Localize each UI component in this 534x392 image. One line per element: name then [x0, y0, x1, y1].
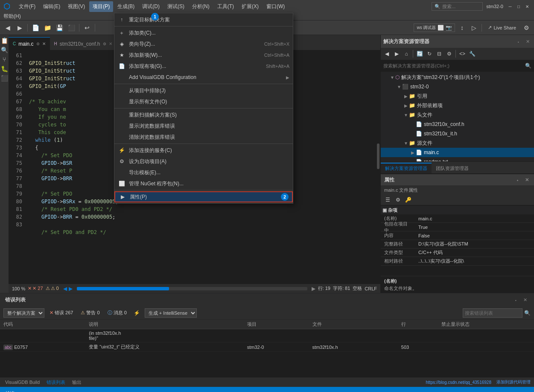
- toolbar-new[interactable]: 📄: [30, 23, 41, 33]
- se-collapse[interactable]: ⊟: [435, 50, 444, 58]
- se-settings[interactable]: ⚙: [445, 50, 453, 58]
- menu-analyze[interactable]: 分析(N): [189, 1, 213, 12]
- run-btn[interactable]: ▷: [469, 23, 479, 33]
- toolbar-save-all[interactable]: ⬛: [66, 23, 76, 33]
- activity-extensions[interactable]: ⬛: [0, 74, 8, 82]
- close-button[interactable]: ✕: [524, 3, 531, 10]
- status-branch[interactable]: 就绪: [3, 389, 16, 392]
- se-refresh[interactable]: ↻: [425, 50, 434, 58]
- menu-nuget[interactable]: ⬜ 管理 NuGet 程序包(N)...: [114, 178, 293, 189]
- step-btn[interactable]: ↕: [457, 23, 467, 33]
- warning-badge[interactable]: ⚠ 警告 0: [78, 309, 102, 317]
- menu-tools[interactable]: 工具(T): [214, 1, 237, 12]
- menu-set-startup[interactable]: ⚙ 设为启动项目(A): [114, 156, 293, 167]
- menu-show-all[interactable]: 显示所有文件(O): [114, 96, 293, 107]
- menu-file[interactable]: 文件(F): [15, 1, 39, 12]
- se-wrench[interactable]: 🔧: [468, 50, 476, 58]
- scroll-handle[interactable]: [377, 143, 379, 169]
- footer-csdn-link[interactable]: https://blog.csdn.net/qq_43516928: [426, 380, 491, 385]
- tree-sources[interactable]: ▼ 📁 源文件: [381, 138, 534, 148]
- nav-forward[interactable]: ▶: [69, 286, 73, 292]
- menu-view[interactable]: 视图(V): [64, 1, 88, 12]
- toolbar-save[interactable]: 💾: [54, 23, 64, 33]
- panel-close-btn[interactable]: ✕: [524, 38, 531, 45]
- menu-exclude[interactable]: 从项目中排除(J): [114, 85, 293, 96]
- se-sync[interactable]: 🔄: [415, 50, 424, 58]
- se-tab-team[interactable]: 团队资源管理器: [432, 163, 473, 173]
- global-search[interactable]: 🔍 搜索...: [432, 2, 483, 11]
- se-code[interactable]: <>: [458, 50, 467, 58]
- menu-add-existing[interactable]: 📄 添加现有项(G)... Shift+Alt+A: [114, 61, 293, 72]
- tree-it-h[interactable]: 📄 stm32f10x_it.h: [381, 129, 534, 138]
- editor-scrollbar[interactable]: [375, 50, 380, 284]
- tab-main-c[interactable]: C main.c ⚙ ✕: [9, 37, 50, 50]
- menu-help[interactable]: 帮助(H): [3, 13, 21, 20]
- tree-main-c[interactable]: ▶ 📄 main.c: [381, 148, 534, 157]
- build-dropdown[interactable]: 生成 + IntelliSense: [145, 308, 197, 318]
- props-key-btn[interactable]: 🔑: [404, 196, 412, 204]
- line-ending[interactable]: CRLF: [365, 286, 377, 291]
- menu-project[interactable]: 项目(P): [89, 1, 113, 12]
- tree-conf-h[interactable]: 📄 stm32f10x_conf.h: [381, 120, 534, 129]
- footer-tab-errors[interactable]: 错误列表: [45, 378, 67, 386]
- se-forward[interactable]: ▶: [392, 50, 401, 58]
- footer-tab-output[interactable]: 输出: [70, 378, 83, 386]
- tree-readme[interactable]: 📄 readme.txt: [381, 157, 534, 161]
- menu-rescan[interactable]: 重新扫描解决方案(S): [114, 109, 293, 120]
- menu-test[interactable]: 测试(S): [164, 1, 188, 12]
- menu-export[interactable]: 导出模板(E)...: [114, 167, 293, 178]
- props-close[interactable]: ✕: [523, 176, 531, 184]
- tab-main-c-close[interactable]: ✕: [42, 41, 46, 46]
- error-count[interactable]: ✕ ✕ 27: [28, 286, 43, 291]
- menu-debug[interactable]: 调试(D): [139, 1, 163, 12]
- tree-extern[interactable]: ▶ 📁 外部依赖项: [381, 101, 534, 110]
- table-row[interactable]: (in stm32f10x.hfile)": [0, 329, 534, 342]
- zoom-level[interactable]: 100 %: [12, 286, 25, 291]
- props-section-expand[interactable]: ▣: [382, 208, 387, 213]
- props-pin[interactable]: ⬩: [514, 176, 521, 184]
- toolbar-extra[interactable]: ⚙: [521, 23, 531, 33]
- menu-add-class[interactable]: ＋ 添加类(C)...: [114, 27, 293, 38]
- menu-properties[interactable]: ▶ 属性(P) 2: [114, 191, 293, 202]
- tree-solution[interactable]: ▼ ⬡ 解决方案"stm32-0"(1个项目/共1个): [381, 73, 534, 82]
- tree-headers[interactable]: ▼ 📁 头文件: [381, 110, 534, 120]
- info-badge[interactable]: ⓘ 消息 0: [105, 309, 129, 317]
- toolbar-undo[interactable]: ↩: [82, 23, 92, 33]
- warning-count-status[interactable]: ⚠ ⚠ 0: [46, 286, 59, 291]
- menu-clear-browse[interactable]: 清除浏览数据库错误: [114, 132, 293, 143]
- toolbar-back[interactable]: ◀: [3, 23, 13, 33]
- minimize-button[interactable]: ─: [507, 3, 514, 10]
- table-row[interactable]: abc E0757 变量 "uint32_t" 已经定义 stm32-0 stm…: [0, 342, 534, 352]
- live-share-button[interactable]: ↗ Live Share: [484, 23, 519, 32]
- menu-edit[interactable]: 编辑(E): [40, 1, 64, 12]
- menu-add-service[interactable]: ⚡ 添加连接的服务(C): [114, 145, 293, 156]
- bottom-panel-pin[interactable]: ⬩: [512, 296, 519, 304]
- tree-project[interactable]: ▼ ⬛ stm32-0: [381, 82, 534, 91]
- activity-git[interactable]: ⑂: [0, 56, 8, 63]
- footer-tab-vgdb[interactable]: VisualGDB Build: [3, 379, 41, 386]
- se-home[interactable]: ⌂: [402, 50, 411, 58]
- nav-back[interactable]: ◀: [63, 286, 67, 292]
- toolbar-forward[interactable]: ▶: [15, 23, 25, 33]
- menu-retarget[interactable]: ↑ 重定目标解决方案: [114, 14, 293, 25]
- props-grid-btn[interactable]: ☰: [383, 196, 392, 204]
- activity-explorer[interactable]: 📋: [0, 37, 8, 44]
- scope-dropdown[interactable]: 整个解决方案: [3, 308, 44, 318]
- menu-add-new[interactable]: ★ 添加新项(W)... Ctrl+Shift+A: [114, 50, 293, 61]
- props-sort-btn[interactable]: ⚙: [394, 196, 402, 204]
- se-tab-solution[interactable]: 解决方案资源管理器: [381, 163, 432, 173]
- tab-conf-h[interactable]: H stm32f10x_conf.h ⚙ ✕: [50, 37, 117, 50]
- maximize-button[interactable]: □: [515, 3, 522, 10]
- menu-window[interactable]: 窗口(W): [263, 1, 288, 12]
- se-back[interactable]: ◀: [382, 50, 391, 58]
- error-search-input[interactable]: [463, 308, 522, 318]
- menu-extend[interactable]: 扩展(X): [238, 1, 262, 12]
- menu-class-wizard[interactable]: ◈ 类向导(Z)... Ctrl+Shift+X: [114, 38, 293, 50]
- bottom-panel-close[interactable]: ✕: [521, 296, 529, 304]
- filter-btn[interactable]: ⚡: [132, 308, 142, 318]
- toolbar-open[interactable]: 📁: [42, 23, 53, 33]
- tree-references[interactable]: ▶ 📁 引用: [381, 91, 534, 101]
- menu-show-browse[interactable]: 显示浏览数据库错误: [114, 120, 293, 132]
- se-search-input[interactable]: [383, 63, 523, 68]
- menu-build[interactable]: 生成(B): [114, 1, 138, 12]
